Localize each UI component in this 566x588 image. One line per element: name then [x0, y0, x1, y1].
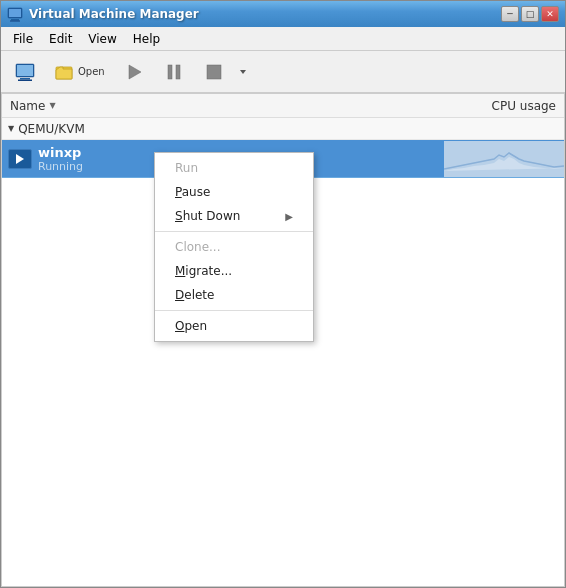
app-icon — [7, 6, 23, 22]
svg-rect-11 — [176, 65, 180, 79]
main-window: Virtual Machine Manager ─ □ ✕ File Edit … — [0, 0, 566, 588]
vm-icon — [2, 141, 38, 177]
sort-arrow: ▼ — [49, 101, 55, 110]
ctx-pause-item[interactable]: Pause — [155, 180, 313, 204]
svg-marker-13 — [240, 70, 246, 74]
restore-button[interactable]: □ — [521, 6, 539, 22]
stop-button[interactable] — [196, 54, 232, 90]
svg-rect-6 — [20, 78, 30, 80]
name-column-header: Name ▼ — [2, 99, 444, 113]
svg-rect-1 — [9, 9, 21, 17]
menu-file[interactable]: File — [5, 29, 41, 49]
menu-bar: File Edit View Help — [1, 27, 565, 51]
pause-button[interactable] — [156, 54, 192, 90]
machine-icon-button[interactable] — [7, 54, 43, 90]
column-header: Name ▼ CPU usage — [2, 94, 564, 118]
run-button[interactable] — [116, 54, 152, 90]
svg-rect-7 — [18, 79, 32, 81]
context-menu: Run Pause Shut Down ▶ Clone... Migrate..… — [154, 152, 314, 342]
svg-rect-14 — [444, 141, 564, 177]
vm-list: Name ▼ CPU usage ▼ QEMU/KVM winxp Runnin… — [1, 93, 565, 587]
toolbar: Open — [1, 51, 565, 93]
svg-rect-5 — [17, 65, 33, 76]
menu-view[interactable]: View — [80, 29, 124, 49]
svg-rect-2 — [11, 19, 19, 21]
ctx-open-item[interactable]: Open — [155, 314, 313, 338]
vm-running-icon — [8, 149, 32, 169]
minimize-button[interactable]: ─ — [501, 6, 519, 22]
toolbar-dropdown-arrow[interactable] — [236, 58, 250, 86]
menu-edit[interactable]: Edit — [41, 29, 80, 49]
play-icon — [16, 154, 24, 164]
svg-rect-10 — [168, 65, 172, 79]
title-bar-text: Virtual Machine Manager — [29, 7, 495, 21]
ctx-clone-item[interactable]: Clone... — [155, 235, 313, 259]
ctx-migrate-item[interactable]: Migrate... — [155, 259, 313, 283]
close-button[interactable]: ✕ — [541, 6, 559, 22]
svg-marker-9 — [129, 65, 141, 79]
open-button[interactable]: Open — [47, 54, 112, 90]
ctx-shutdown-item[interactable]: Shut Down ▶ — [155, 204, 313, 228]
ctx-delete-item[interactable]: Delete — [155, 283, 313, 307]
title-bar-buttons: ─ □ ✕ — [501, 6, 559, 22]
ctx-separator-2 — [155, 310, 313, 311]
ctx-run-item[interactable]: Run — [155, 156, 313, 180]
group-expand-arrow: ▼ — [8, 124, 14, 133]
ctx-separator-1 — [155, 231, 313, 232]
title-bar: Virtual Machine Manager ─ □ ✕ — [1, 1, 565, 27]
menu-help[interactable]: Help — [125, 29, 168, 49]
vm-cpu-graph — [444, 141, 564, 177]
group-row-qemukvm: ▼ QEMU/KVM — [2, 118, 564, 140]
group-label: QEMU/KVM — [18, 122, 85, 136]
svg-rect-12 — [207, 65, 221, 79]
cpu-column-header: CPU usage — [444, 99, 564, 113]
submenu-arrow: ▶ — [285, 211, 293, 222]
open-button-label: Open — [78, 66, 105, 77]
svg-rect-3 — [10, 21, 20, 22]
